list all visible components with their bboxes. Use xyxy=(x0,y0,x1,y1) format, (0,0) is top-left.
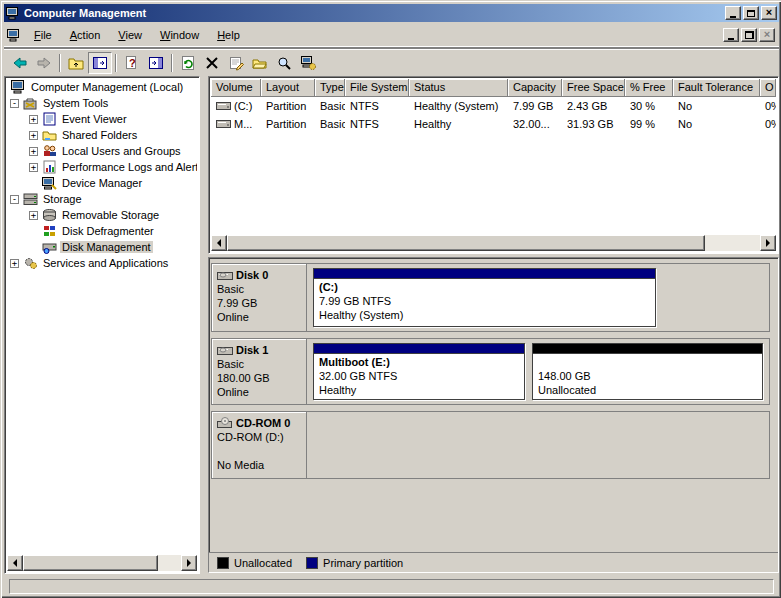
help-button[interactable]: ? xyxy=(120,52,144,74)
tree-label[interactable]: Shared Folders xyxy=(60,129,139,141)
volume-list-header: Volume Layout Type File System Status Ca… xyxy=(211,79,776,97)
collapse-icon[interactable]: - xyxy=(10,99,19,108)
tree-item-performance-logs-and-alerts[interactable]: + Performance Logs and Alerts xyxy=(7,159,197,175)
up-one-level-button[interactable] xyxy=(64,52,88,74)
cell-fault-tolerance: No xyxy=(673,118,760,130)
tree-label[interactable]: Computer Management (Local) xyxy=(29,81,185,93)
column-header-type[interactable]: Type xyxy=(315,79,345,97)
menu-help[interactable]: Help xyxy=(208,26,249,44)
delete-button[interactable] xyxy=(200,52,224,74)
unallocated-space[interactable]: 148.00 GB Unallocated xyxy=(532,343,763,400)
column-header-volume[interactable]: Volume xyxy=(211,79,261,97)
tree-item-disk-management[interactable]: Disk Management xyxy=(7,239,197,255)
menu-action[interactable]: Action xyxy=(61,26,110,44)
volume-icon xyxy=(216,101,231,111)
scroll-right-button[interactable] xyxy=(181,555,197,571)
cell-file-system: NTFS xyxy=(345,100,409,112)
scroll-left-button[interactable] xyxy=(211,235,227,251)
tree-label[interactable]: Local Users and Groups xyxy=(60,145,183,157)
tree-label[interactable]: Event Viewer xyxy=(60,113,129,125)
tree-item-local-users-and-groups[interactable]: + Local Users and Groups xyxy=(7,143,197,159)
disk-1-label[interactable]: Disk 1 Basic 180.00 GB Online xyxy=(212,339,307,404)
open-folder-button[interactable] xyxy=(248,52,272,74)
tree-label[interactable]: Performance Logs and Alerts xyxy=(60,161,197,173)
tree-label[interactable]: Storage xyxy=(41,193,84,205)
tree-label[interactable]: Removable Storage xyxy=(60,209,161,221)
volume-name: (C:) xyxy=(234,100,252,112)
column-header-fault-tolerance[interactable]: Fault Tolerance xyxy=(673,79,760,97)
column-header-free-space[interactable]: Free Space xyxy=(562,79,625,97)
mdi-restore-button[interactable] xyxy=(741,28,757,42)
disk-0-label[interactable]: Disk 0 Basic 7.99 GB Online xyxy=(212,264,307,331)
scroll-thumb[interactable] xyxy=(23,555,158,571)
tree-item-services-and-applications[interactable]: + Services and Applications xyxy=(7,255,197,271)
expand-icon[interactable]: + xyxy=(29,211,38,220)
tree-item-event-viewer[interactable]: + Event Viewer xyxy=(7,111,197,127)
mdi-minimize-button[interactable] xyxy=(723,28,739,42)
find-button[interactable] xyxy=(272,52,296,74)
minimize-button[interactable] xyxy=(725,6,741,20)
tree-item-storage[interactable]: - Storage xyxy=(7,191,197,207)
tree-label[interactable]: Disk Defragmenter xyxy=(60,225,156,237)
expand-icon[interactable]: + xyxy=(10,259,19,268)
status-field xyxy=(9,579,774,594)
title-bar[interactable]: Computer Management × xyxy=(4,4,779,22)
column-header-status[interactable]: Status xyxy=(409,79,508,97)
tree-horizontal-scrollbar[interactable] xyxy=(7,555,197,571)
tree-item-system-tools[interactable]: - System Tools xyxy=(7,95,197,111)
tree-item-computer-management[interactable]: Computer Management (Local) xyxy=(7,79,197,95)
disk-state: No Media xyxy=(217,458,304,472)
partition-multiboot-e[interactable]: Multiboot (E:) 32.00 GB NTFS Healthy xyxy=(313,343,525,400)
menu-file[interactable]: File xyxy=(25,26,61,44)
mdi-child-icon[interactable] xyxy=(6,28,22,42)
disk-icon xyxy=(217,345,234,356)
tree-item-device-manager[interactable]: Device Manager xyxy=(7,175,197,191)
show-hide-console-tree-button[interactable] xyxy=(88,52,112,74)
cell-layout: Partition xyxy=(261,118,315,130)
scroll-track[interactable] xyxy=(23,555,181,571)
disk-graphical-pane: Disk 0 Basic 7.99 GB Online (C:) 7.99 GB… xyxy=(208,257,779,573)
forward-button[interactable] xyxy=(32,52,56,74)
refresh-button[interactable] xyxy=(176,52,200,74)
mdi-close-button[interactable]: × xyxy=(759,28,775,42)
scroll-track[interactable] xyxy=(227,235,760,251)
tree-label[interactable]: Device Manager xyxy=(60,177,144,189)
tree-label[interactable]: Services and Applications xyxy=(41,257,170,269)
tree-label[interactable]: System Tools xyxy=(41,97,110,109)
column-header-pct-free[interactable]: % Free xyxy=(625,79,673,97)
properties-button[interactable] xyxy=(224,52,248,74)
removable-storage-icon xyxy=(41,208,57,222)
back-button[interactable] xyxy=(8,52,32,74)
tree-item-shared-folders[interactable]: + Shared Folders xyxy=(7,127,197,143)
column-header-capacity[interactable]: Capacity xyxy=(508,79,562,97)
menu-view[interactable]: View xyxy=(109,26,151,44)
column-header-layout[interactable]: Layout xyxy=(261,79,315,97)
menu-window[interactable]: Window xyxy=(151,26,208,44)
volume-row-c[interactable]: (C:) Partition Basic NTFS Healthy (Syste… xyxy=(211,97,776,115)
expand-icon[interactable]: + xyxy=(29,163,38,172)
show-hide-action-pane-button[interactable] xyxy=(144,52,168,74)
column-header-overhead[interactable]: O xyxy=(760,79,776,97)
volume-row-multiboot[interactable]: M... Partition Basic NTFS Healthy 32.00.… xyxy=(211,115,776,133)
collapse-icon[interactable]: - xyxy=(10,195,19,204)
tree-item-disk-defragmenter[interactable]: Disk Defragmenter xyxy=(7,223,197,239)
expand-icon[interactable]: + xyxy=(29,131,38,140)
tree-label-selected[interactable]: Disk Management xyxy=(60,241,153,253)
column-header-file-system[interactable]: File System xyxy=(345,79,409,97)
cell-type: Basic xyxy=(315,100,345,112)
maximize-button[interactable] xyxy=(743,6,759,20)
manage-computer-button[interactable] xyxy=(296,52,320,74)
partition-c[interactable]: (C:) 7.99 GB NTFS Healthy (System) xyxy=(313,268,656,327)
volume-list-horizontal-scrollbar[interactable] xyxy=(211,235,776,251)
expand-icon[interactable]: + xyxy=(29,115,38,124)
cdrom-0-label[interactable]: CD-ROM 0 CD-ROM (D:) No Media xyxy=(212,412,307,478)
scroll-right-button[interactable] xyxy=(760,235,776,251)
tree-item-removable-storage[interactable]: + Removable Storage xyxy=(7,207,197,223)
scroll-left-button[interactable] xyxy=(7,555,23,571)
primary-partition-swatch xyxy=(306,557,318,569)
expand-icon[interactable]: + xyxy=(29,147,38,156)
scroll-thumb[interactable] xyxy=(227,235,705,251)
event-viewer-icon xyxy=(41,112,57,126)
close-button[interactable]: × xyxy=(761,6,777,20)
disk-defragmenter-icon xyxy=(41,224,57,238)
